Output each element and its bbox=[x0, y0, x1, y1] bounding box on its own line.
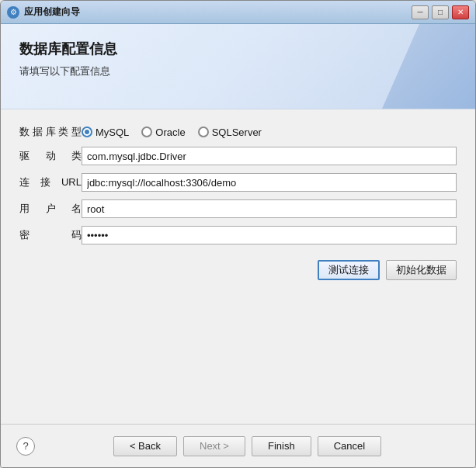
radio-option-oracle[interactable]: Oracle bbox=[141, 127, 185, 138]
radio-option-sqlserver[interactable]: SQLServer bbox=[198, 127, 262, 138]
nav-buttons: < Back Next > Finish Cancel bbox=[35, 436, 460, 456]
driver-input[interactable] bbox=[82, 147, 457, 165]
db-type-label: 数据库类型 bbox=[19, 125, 82, 139]
radio-sqlserver-label: SQLServer bbox=[212, 127, 262, 138]
db-type-radio-group: MySQL Oracle SQLServer bbox=[82, 127, 457, 138]
cancel-button[interactable]: Cancel bbox=[318, 436, 381, 456]
title-bar: ⚙ 应用创建向导 ─ □ ✕ bbox=[1, 1, 475, 24]
spacer bbox=[19, 280, 457, 408]
back-button[interactable]: < Back bbox=[113, 436, 177, 456]
init-data-button[interactable]: 初始化数据 bbox=[386, 260, 457, 280]
next-button: Next > bbox=[183, 436, 245, 456]
help-button[interactable]: ? bbox=[16, 437, 35, 456]
radio-sqlserver[interactable] bbox=[198, 127, 209, 137]
driver-row: 驱动类 bbox=[19, 147, 457, 165]
url-input[interactable] bbox=[82, 173, 457, 192]
url-row: 连接URL bbox=[19, 173, 457, 192]
app-icon: ⚙ bbox=[7, 6, 19, 19]
action-buttons: 测试连接 初始化数据 bbox=[19, 260, 457, 280]
radio-oracle[interactable] bbox=[141, 127, 152, 137]
close-button[interactable]: ✕ bbox=[452, 5, 469, 19]
form-area: 数据库类型 MySQL Oracle SQLServer bbox=[1, 109, 475, 424]
driver-label: 驱动类 bbox=[19, 149, 82, 163]
page-subtitle: 请填写以下配置信息 bbox=[19, 64, 457, 78]
username-label: 用户名 bbox=[19, 202, 82, 216]
minimize-button[interactable]: ─ bbox=[412, 5, 429, 19]
window-controls: ─ □ ✕ bbox=[412, 5, 469, 19]
radio-oracle-label: Oracle bbox=[155, 127, 185, 138]
password-row: 密 码 bbox=[19, 226, 457, 244]
footer: ? < Back Next > Finish Cancel bbox=[1, 424, 475, 467]
password-label: 密 码 bbox=[19, 228, 82, 242]
finish-button[interactable]: Finish bbox=[252, 436, 311, 456]
test-connection-button[interactable]: 测试连接 bbox=[318, 260, 380, 280]
username-input[interactable] bbox=[82, 199, 457, 218]
app-window: ⚙ 应用创建向导 ─ □ ✕ 数据库配置信息 请填写以下配置信息 数据库类型 M… bbox=[0, 0, 476, 468]
password-input[interactable] bbox=[82, 226, 457, 244]
page-title: 数据库配置信息 bbox=[19, 40, 457, 58]
url-label: 连接URL bbox=[19, 175, 82, 189]
maximize-button[interactable]: □ bbox=[432, 5, 449, 19]
window-title: 应用创建向导 bbox=[24, 5, 412, 19]
header-section: 数据库配置信息 请填写以下配置信息 bbox=[1, 24, 475, 109]
db-type-row: 数据库类型 MySQL Oracle SQLServer bbox=[19, 125, 457, 139]
radio-mysql-label: MySQL bbox=[96, 127, 129, 138]
radio-mysql[interactable] bbox=[82, 127, 92, 137]
content-area: 数据库配置信息 请填写以下配置信息 数据库类型 MySQL Oracle bbox=[1, 24, 475, 424]
username-row: 用户名 bbox=[19, 199, 457, 218]
radio-option-mysql[interactable]: MySQL bbox=[82, 127, 129, 138]
